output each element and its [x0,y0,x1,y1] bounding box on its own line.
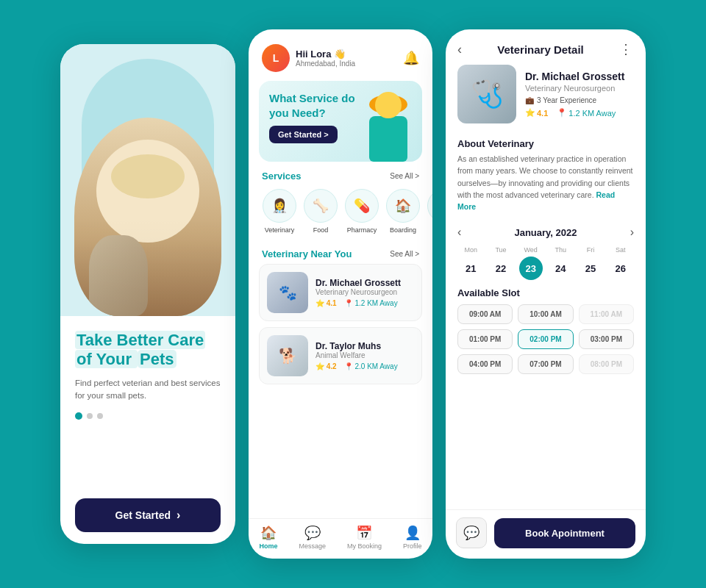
cal-day-tue[interactable]: Tue 22 [488,246,515,280]
service-item-food[interactable]: 🦴 Food [303,189,338,234]
about-description: As an established veterinary practice in… [457,153,634,212]
cal-day-wed[interactable]: Wed 23 [517,246,544,280]
hero-image [60,44,235,316]
vet-detail-name: Dr. Michael Grossett [525,71,624,82]
pharmacy-icon: 💊 [345,189,379,223]
food-icon: 🦴 [304,189,338,223]
nav-home-label: Home [259,542,277,550]
vet-info-2: Dr. Taylor Muhs Animal Welfare ⭐ 4.2 📍 2… [315,341,398,370]
vet-specialty-2: Animal Welfare [315,351,398,359]
slot-0800: 08:00 PM [579,354,634,374]
highlight-pets: Pets [138,350,176,368]
banner-title: What Service do you Need? [269,91,365,120]
vet-experience: 💼 3 Year Experience [525,96,624,104]
cal-day-sat[interactable]: Sat 26 [607,246,634,280]
slot-0100[interactable]: 01:00 PM [457,329,513,349]
phone1-content: Take Better Care of Your Pets Find perfe… [60,316,235,544]
calendar-prev-button[interactable]: ‹ [457,226,461,239]
pharmacy-label: Pharmacy [347,226,377,234]
calendar-month: January, 2022 [514,227,577,238]
vet-name-2: Dr. Taylor Muhs [315,341,398,351]
services-section-header: Services See All > [249,162,432,186]
app-header: L Hii Lora 👋 Ahmedabad, India 🔔 [249,29,432,81]
vet-detail-meta: ⭐ 4.1 📍 1.2 KM Away [525,108,624,118]
back-button[interactable]: ‹ [457,42,462,57]
slot-0400[interactable]: 04:00 PM [457,354,513,374]
services-title: Services [262,171,302,182]
boarding-label: Boarding [390,226,416,234]
service-banner: What Service do you Need? Get Started > [259,81,422,162]
nav-message-label: Message [299,542,326,550]
nav-booking[interactable]: 📅 My Booking [347,525,382,550]
vet-meta-1: ⭐ 4.1 📍 1.2 KM Away [315,299,401,307]
vet-distance-1: 📍 1.2 KM Away [344,299,398,307]
vet-meta-2: ⭐ 4.2 📍 2.0 KM Away [315,362,398,370]
vet-photo-1: 🐾 [267,272,308,313]
more-services-icon: 🐾 [427,189,432,223]
service-item-veterinary[interactable]: 👩‍⚕️ Veterinary [262,189,297,234]
booking-footer: 💬 Book Apointment [446,509,646,559]
cal-day-mon[interactable]: Mon 21 [457,246,485,280]
calendar-next-button[interactable]: › [630,226,634,239]
avatar: L [262,44,290,72]
slot-0900[interactable]: 09:00 AM [457,304,513,324]
vet-distance-2: 📍 2.0 KM Away [344,362,398,370]
veterinary-label: Veterinary [265,226,295,234]
vet-rating-1: ⭐ 4.1 [315,299,337,307]
banner-character [359,92,418,162]
dot-1 [75,412,82,420]
veterinary-icon: 👩‍⚕️ [263,189,296,223]
more-options-icon[interactable]: ⋮ [619,41,634,57]
vets-title: Veterinary Near You [262,248,352,259]
vet-name-1: Dr. Michael Grossett [315,278,401,288]
nav-message[interactable]: 💬 Message [299,525,326,550]
booking-icon: 📅 [356,525,372,541]
chat-button[interactable]: 💬 [456,517,487,548]
message-icon: 💬 [304,525,321,541]
vet-card-2[interactable]: 🐕 Dr. Taylor Muhs Animal Welfare ⭐ 4.2 📍… [259,327,422,384]
dot-2 [87,413,93,419]
about-section: About Veterinary As an established veter… [446,132,646,217]
arrow-icon: › [176,509,180,522]
cal-day-fri[interactable]: Fri 25 [577,246,605,280]
nav-profile[interactable]: 👤 Profile [403,525,422,550]
calendar-days: Mon 21 Tue 22 Wed 23 Thu 24 Fri 25 Sat 2… [457,246,634,280]
cal-day-thu[interactable]: Thu 24 [547,246,574,280]
slot-0300[interactable]: 03:00 PM [579,329,634,349]
vet-card-1[interactable]: 🐾 Dr. Michael Grossett Veterinary Neuros… [259,264,422,321]
calendar-header: ‹ January, 2022 › [457,221,634,246]
slot-1000[interactable]: 10:00 AM [518,304,573,324]
notification-bell-icon[interactable]: 🔔 [403,50,419,66]
slot-1100: 11:00 AM [579,304,634,324]
bottom-navigation: 🏠 Home 💬 Message 📅 My Booking 👤 Profile [249,518,432,559]
book-appointment-button[interactable]: Book Apointment [494,518,635,548]
service-item-boarding[interactable]: 🏠 Boarding [385,189,421,234]
slot-0200[interactable]: 02:00 PM [518,329,573,349]
nav-home[interactable]: 🏠 Home [259,525,277,550]
slot-0700[interactable]: 07:00 PM [518,354,573,374]
vet-detail-specialty: Veterinary Neurosurgeon [525,84,624,93]
phone-onboarding: Take Better Care of Your Pets Find perfe… [60,44,235,544]
vet-detail-photo: 🩺 [457,65,516,123]
home-icon: 🏠 [260,525,277,541]
vet-detail-text: Dr. Michael Grossett Veterinary Neurosur… [525,71,624,118]
carousel-dots [75,412,221,420]
vet-info-1: Dr. Michael Grossett Veterinary Neurosur… [315,278,401,307]
service-item-more[interactable]: 🐾 G... [427,189,432,234]
get-started-button[interactable]: Get Started › [75,498,221,532]
detail-rating: ⭐ 4.1 [525,108,548,118]
services-see-all[interactable]: See All > [390,172,419,180]
dot-3 [97,413,103,419]
detail-topbar: ‹ Veterinary Detail ⋮ [446,29,646,65]
page-title: Veterinary Detail [497,43,584,56]
slots-grid: 09:00 AM 10:00 AM 11:00 AM 01:00 PM 02:0… [457,304,634,374]
vets-see-all[interactable]: See All > [390,250,419,258]
nav-booking-label: My Booking [347,542,382,550]
services-list: 👩‍⚕️ Veterinary 🦴 Food 💊 Pharmacy 🏠 Boar… [249,186,432,240]
user-info: L Hii Lora 👋 Ahmedabad, India [262,44,355,72]
main-heading: Take Better Care of Your Pets [75,331,221,370]
service-item-pharmacy[interactable]: 💊 Pharmacy [344,189,379,234]
vet-detail-info: 🩺 Dr. Michael Grossett Veterinary Neuros… [446,65,646,132]
banner-get-started-button[interactable]: Get Started > [269,126,338,143]
food-label: Food [313,226,329,234]
